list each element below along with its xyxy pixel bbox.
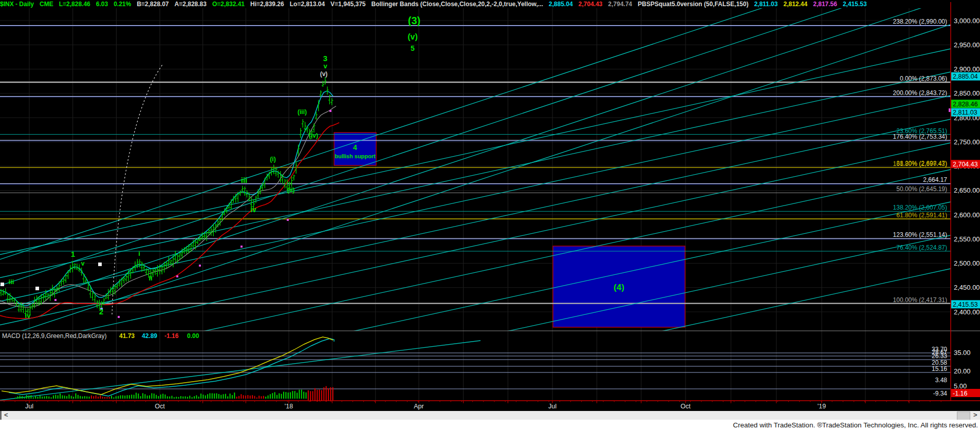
svg-text:-9.34: -9.34 [933,390,948,397]
scroll-right-arrow-icon[interactable]: > [973,411,977,420]
svg-text:(ii): (ii) [287,186,295,194]
svg-text:50.00% (2,645.19): 50.00% (2,645.19) [896,185,947,193]
svg-text:5.00: 5.00 [954,382,967,390]
scrollbar-left-edge [0,411,2,420]
svg-text:2,885.04: 2,885.04 [953,73,978,80]
tradestation-chart-window: $INX - DailyCMEL=2,828.466.030.21%B=2,82… [0,0,980,431]
svg-text:'18: '18 [285,403,293,410]
svg-text:MACD (12,26,9,Green,Red,DarkGr: MACD (12,26,9,Green,Red,DarkGray) [2,332,106,340]
svg-text:(iii): (iii) [298,108,307,116]
svg-text:Apr: Apr [414,403,423,410]
svg-text:2,850.00: 2,850.00 [954,89,980,97]
svg-text:i: i [138,250,140,257]
svg-text:2,450.00: 2,450.00 [954,284,980,291]
svg-text:20.00: 20.00 [954,367,971,375]
svg-text:1: 1 [71,250,75,258]
svg-text:-1.16: -1.16 [164,332,179,340]
svg-text:38.20% (2,698.47): 38.20% (2,698.47) [896,160,947,167]
svg-text:iv: iv [25,312,31,320]
svg-text:2,750.00: 2,750.00 [954,138,980,146]
svg-text:(i): (i) [270,156,275,163]
svg-text:138.20% (2,607.05): 138.20% (2,607.05) [893,204,947,211]
svg-text:-1.16: -1.16 [953,390,968,397]
svg-text:2,500.00: 2,500.00 [954,259,980,267]
svg-text:3,000.00: 3,000.00 [954,17,980,25]
scrollbar-thumb[interactable] [957,411,970,420]
svg-text:176.40% (2,753.34): 176.40% (2,753.34) [893,133,947,140]
svg-text:2,664.17: 2,664.17 [923,176,947,183]
svg-text:3.48: 3.48 [935,377,948,384]
time-axis-labels: JulOct'18AprJulOct'19 [25,403,826,410]
svg-text:4: 4 [353,143,357,152]
svg-text:(3): (3) [408,15,420,26]
scroll-left-arrow-icon[interactable]: < [4,411,8,420]
svg-text:'19: '19 [818,403,826,410]
svg-text:iii: iii [9,278,14,286]
horizontal-scrollbar[interactable]: < > [0,411,980,420]
svg-text:iii: iii [241,176,248,184]
svg-text:v: v [323,62,327,70]
svg-text:Oct: Oct [680,403,691,410]
svg-text:(v): (v) [320,70,328,78]
svg-text:(4): (4) [614,283,624,292]
svg-text:0.00: 0.00 [187,332,199,340]
svg-text:2,550.00: 2,550.00 [954,235,980,243]
status-bar: Created with TradeStation. ®TradeStation… [0,420,980,431]
svg-text:61.80% (2,591.41): 61.80% (2,591.41) [896,212,947,219]
svg-text:(v): (v) [408,32,418,41]
svg-text:100.00% (2,417.31): 100.00% (2,417.31) [893,296,947,304]
svg-text:2: 2 [99,307,103,316]
svg-text:200.00% (2,843.72): 200.00% (2,843.72) [893,89,947,97]
status-bar-text: Created with TradeStation. ®TradeStation… [733,421,978,429]
svg-text:2,704.43: 2,704.43 [953,161,978,168]
svg-text:2,650.00: 2,650.00 [954,186,980,194]
svg-text:2,400.00: 2,400.00 [954,308,980,316]
svg-text:2,811.03: 2,811.03 [953,109,977,116]
svg-text:2,950.00: 2,950.00 [954,41,980,49]
svg-text:(iv): (iv) [309,132,318,139]
svg-text:Oct: Oct [155,403,165,410]
svg-text:2,900.00: 2,900.00 [954,65,980,73]
svg-text:76.40% (2,524.87): 76.40% (2,524.87) [896,244,947,251]
svg-text:bullish support: bullish support [335,153,376,159]
svg-text:0.00% (2,873.06): 0.00% (2,873.06) [900,75,947,82]
svg-text:15.16: 15.16 [932,365,947,372]
svg-text:Jul: Jul [25,403,33,410]
svg-text:iv: iv [250,205,256,214]
svg-text:5: 5 [411,44,415,52]
svg-text:ii: ii [149,274,152,282]
svg-text:v: v [81,260,85,267]
svg-text:2,415.53: 2,415.53 [953,301,978,308]
svg-text:2,600.00: 2,600.00 [954,211,980,219]
svg-text:Jul: Jul [548,403,557,410]
svg-text:41.73: 41.73 [119,332,135,340]
svg-text:35.00: 35.00 [954,349,971,357]
svg-text:2,828.46: 2,828.46 [953,101,978,108]
chart-surface[interactable]: 4bullish support(4)iiiiv1v2iiiiiiiv(i)(i… [0,0,980,411]
svg-text:238.20% (2,990.00): 238.20% (2,990.00) [893,18,947,25]
svg-text:42.89: 42.89 [142,332,157,340]
svg-text:123.60% (2,551.14): 123.60% (2,551.14) [893,231,947,238]
svg-text:3: 3 [323,54,327,63]
svg-text:26.33: 26.33 [932,352,947,360]
